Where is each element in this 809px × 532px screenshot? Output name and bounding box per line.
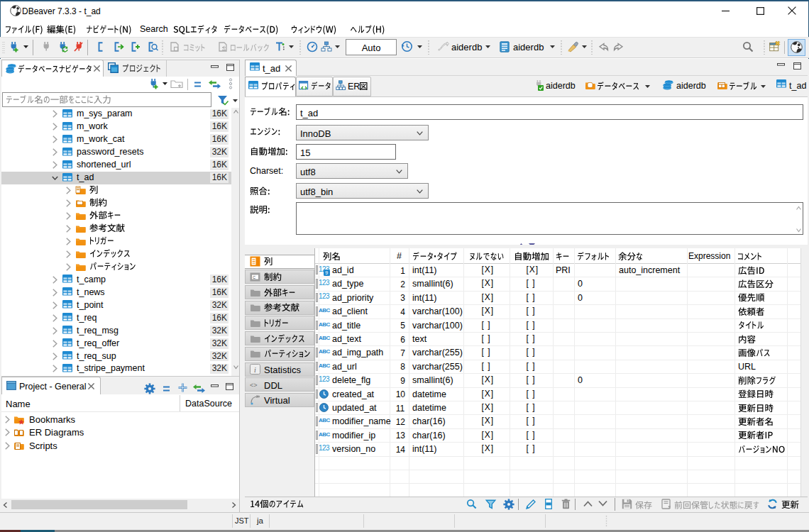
svg-text:<>: <> — [250, 382, 258, 389]
svg-text:C: C — [253, 275, 255, 279]
svg-text:9: 9 — [325, 270, 328, 275]
svg-text:i: i — [254, 366, 256, 374]
